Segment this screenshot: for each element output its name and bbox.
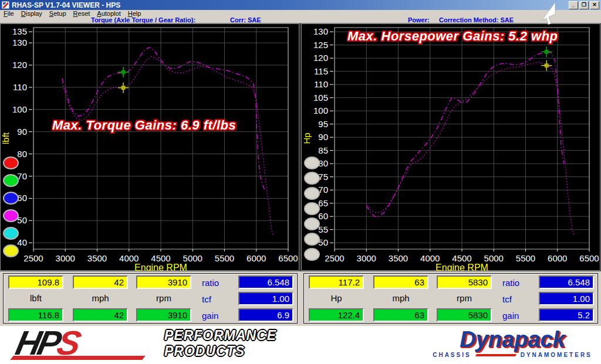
torque-unit-label-rpm: rpm [136,293,191,303]
svg-text:110: 110 [314,79,328,89]
close-button[interactable]: ✕ [590,1,599,9]
menu-item-setup[interactable]: Setup [46,10,70,17]
svg-text:60: 60 [318,211,328,221]
minimize-button[interactable]: _ [569,1,578,9]
svg-text:6500: 6500 [278,253,298,263]
header-strip: Torque (Axle Torque / Gear Ratio): Corr:… [0,17,601,23]
svg-text:50: 50 [17,215,27,225]
svg-text:5000: 5000 [484,253,504,263]
svg-text:2500: 2500 [325,253,344,263]
torque-chart[interactable]: 1351301201101009080706050402500300035004… [1,24,299,271]
data-panel-torque: 109.8lbft116.842mph423910rpm3910ratio6.5… [3,273,298,324]
power-gain-label: gain [502,311,519,321]
restore-button[interactable]: ❐ [579,1,589,9]
trace-button-7[interactable] [304,248,320,261]
dynapack-logo-subtitle: CHASSIS DYNAMOMETERS [427,352,597,358]
torque-chart-panel[interactable]: 1351301201101009080706050402500300035004… [0,23,299,271]
torque-ratio-value-field: 6.548 [238,275,293,289]
torque-unit-label-lbft: lbft [8,293,63,303]
torque-rpm-yellow-value-field: 3910 [136,275,191,289]
svg-text:5000: 5000 [183,253,202,263]
svg-text:100: 100 [12,104,27,114]
power-mph-green-value-field: 63 [373,308,428,322]
horsepower-gains-annotation: Max. Horsepower Gains: 5.2 whp [347,29,558,44]
svg-text:Engine RPM: Engine RPM [435,263,488,271]
torque-unit-label-mph: mph [73,293,128,303]
svg-text:115: 115 [314,66,328,76]
menu-item-display[interactable]: Display [18,10,46,17]
svg-text:120: 120 [313,53,328,63]
trace-color-button-yellow[interactable] [3,244,19,257]
svg-text:4000: 4000 [420,253,440,263]
power-tcf-label: tcf [502,294,512,304]
dynapack-logo-stripe [475,354,516,356]
torque-mph-yellow-value-field: 42 [73,275,128,289]
svg-text:65: 65 [318,198,328,208]
hps-logo-words: PERFORMANCE PRODUCTS [164,326,276,362]
svg-text:130: 130 [12,38,27,47]
power-mph-yellow-value-field: 63 [373,275,428,289]
power-ratio-label: ratio [502,278,519,288]
menu-item-file[interactable]: File [0,10,18,17]
svg-text:3500: 3500 [389,253,408,263]
menu-item-reset[interactable]: Reset [70,10,94,17]
power-unit-label-rpm: rpm [437,293,492,303]
hps-logo-underline [10,356,145,360]
svg-text:2500: 2500 [23,253,43,263]
torque-lbft-green-value-field: 116.8 [8,308,63,322]
svg-text:3000: 3000 [357,253,376,263]
torque-rpm-green-value-field: 3910 [136,308,191,322]
power-ratio-value-field: 6.548 [539,275,594,289]
window-title: RHAS-SP V1.7-04 VIEWER - HPS [12,1,568,9]
svg-text:80: 80 [17,149,27,159]
svg-text:125: 125 [313,40,328,50]
torque-gains-annotation: Max. Torque Gains: 6.9 ft/lbs [52,118,236,133]
hps-logo-mark: HPS [16,326,156,362]
app-icon [2,1,9,9]
torque-correction-label: Corr: SAE [230,16,261,23]
trace-button-5[interactable] [304,217,320,230]
svg-text:85: 85 [318,145,328,155]
power-chart-panel[interactable]: 1301251201151101051009590858075706560555… [301,23,600,271]
trace-button-6[interactable] [304,233,320,246]
svg-text:4500: 4500 [151,253,170,263]
data-panels-strip: 109.8lbft116.842mph423910rpm3910ratio6.5… [0,271,601,326]
power-unit-label-mph: mph [373,293,428,303]
svg-text:130: 130 [313,26,328,36]
logo-strip: HPS PERFORMANCE PRODUCTS Dynapack CHASSI… [0,326,601,364]
svg-text:100: 100 [313,106,328,115]
trace-color-button-magenta[interactable] [3,209,19,222]
power-rpm-green-value-field: 5830 [437,308,492,322]
trace-button-4[interactable] [304,202,320,215]
power-Hp-green-value-field: 122.4 [309,308,364,322]
trace-color-button-red[interactable] [3,157,19,169]
svg-text:5500: 5500 [215,253,234,263]
trace-color-button-green[interactable] [3,174,19,187]
torque-tcf-label: tcf [202,294,211,304]
svg-text:Hp: Hp [302,132,312,144]
torque-ratio-label: ratio [202,278,219,288]
title-bar[interactable]: RHAS-SP V1.7-04 VIEWER - HPS _ ❐ ✕ [0,0,601,10]
svg-text:4500: 4500 [452,253,471,263]
torque-gain-label: gain [202,311,218,321]
power-gain-value-field: 5.2 [539,308,594,322]
trace-color-button-blue[interactable] [3,192,19,205]
power-chart[interactable]: 1301251201151101051009590858075706560555… [302,24,600,271]
torque-gain-value-field: 6.9 [238,308,293,322]
hps-logo: HPS PERFORMANCE PRODUCTS [16,326,276,362]
trace-button-1[interactable] [304,157,320,169]
trace-button-3[interactable] [304,187,320,200]
svg-text:Engine RPM: Engine RPM [134,263,187,271]
svg-text:90: 90 [17,127,27,137]
svg-text:135: 135 [12,26,27,36]
svg-text:3000: 3000 [56,253,75,263]
power-correction-label: Correction Method: SAE [439,16,514,23]
trace-button-2[interactable] [304,172,320,185]
power-tcf-value-field: 1.00 [539,292,594,305]
svg-text:6000: 6000 [548,253,567,263]
torque-mph-green-value-field: 42 [73,308,128,322]
svg-text:6000: 6000 [247,253,266,263]
trace-color-button-cyan[interactable] [3,227,19,240]
mouse-cursor [540,2,558,25]
svg-text:110: 110 [13,82,27,92]
